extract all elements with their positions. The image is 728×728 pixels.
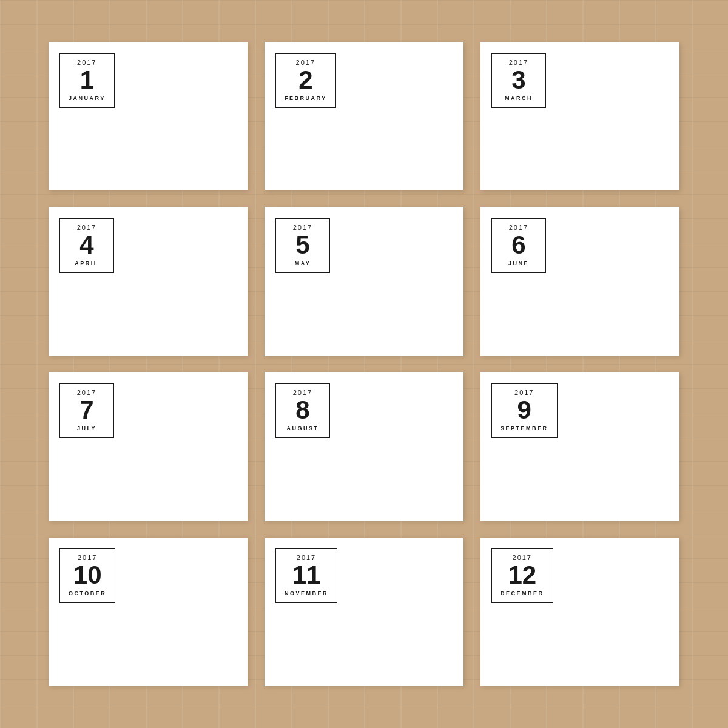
month-number: 11 [292,562,321,588]
calendar-card-march: 2017 3 MARCH [480,42,679,190]
calendar-card-june: 2017 6 JUNE [480,207,679,356]
month-number: 6 [511,232,525,258]
month-number: 2 [298,67,312,93]
month-name: MAY [295,260,311,266]
month-name: JUNE [508,260,529,266]
month-name: AUGUST [287,425,319,431]
month-number: 1 [80,67,94,93]
date-badge-august: 2017 8 AUGUST [275,383,330,438]
month-number: 10 [73,562,102,588]
date-badge-september: 2017 9 SEPTEMBER [491,383,558,438]
calendar-card-february: 2017 2 FEBRUARY [265,42,463,190]
calendar-card-november: 2017 11 NOVEMBER [265,538,463,686]
month-number: 9 [517,397,531,423]
month-name: SEPTEMBER [500,425,548,431]
month-name: FEBRUARY [285,95,327,101]
calendar-card-may: 2017 5 MAY [265,207,463,356]
calendar-card-december: 2017 12 DECEMBER [480,538,679,686]
date-badge-february: 2017 2 FEBRUARY [275,53,336,108]
month-name: OCTOBER [69,590,106,596]
calendar-card-october: 2017 10 OCTOBER [49,538,248,686]
month-name: JULY [77,425,96,431]
date-badge-november: 2017 11 NOVEMBER [275,548,337,603]
calendar-card-august: 2017 8 AUGUST [265,372,463,521]
date-badge-april: 2017 4 APRIL [59,218,114,273]
date-badge-october: 2017 10 OCTOBER [59,548,115,603]
month-number: 7 [79,397,93,423]
date-badge-march: 2017 3 MARCH [491,53,546,108]
calendar-card-april: 2017 4 APRIL [49,207,248,356]
month-number: 12 [508,562,536,588]
month-name: JANUARY [69,95,106,101]
date-badge-july: 2017 7 JULY [59,383,114,438]
month-name: APRIL [75,260,99,266]
date-badge-january: 2017 1 JANUARY [59,53,115,108]
calendar-card-september: 2017 9 SEPTEMBER [480,372,679,521]
calendar-card-july: 2017 7 JULY [49,372,248,521]
month-name: DECEMBER [500,590,544,596]
month-name: NOVEMBER [285,590,328,596]
date-badge-june: 2017 6 JUNE [491,218,546,273]
month-number: 4 [79,232,93,258]
calendar-card-january: 2017 1 JANUARY [49,42,248,190]
date-badge-may: 2017 5 MAY [275,218,330,273]
date-badge-december: 2017 12 DECEMBER [491,548,553,603]
month-number: 5 [295,232,309,258]
calendar-grid: 2017 1 JANUARY 2017 2 FEBRUARY 2017 3 MA… [24,18,704,710]
month-name: MARCH [505,95,533,101]
month-number: 3 [511,67,525,93]
month-number: 8 [295,397,309,423]
